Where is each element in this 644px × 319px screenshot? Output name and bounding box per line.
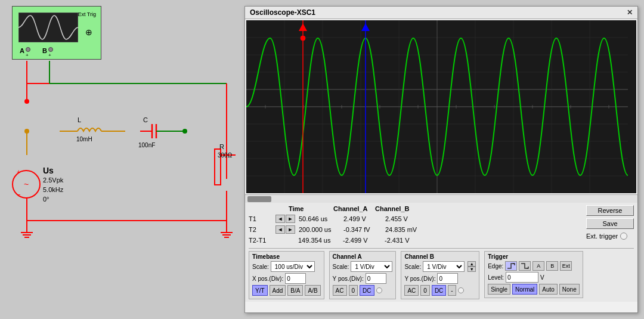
timebase-scale-row: Scale: 100 us/Div [252,261,321,272]
t2-arrows[interactable]: ◄ ► [275,225,295,234]
save-button[interactable]: Save [586,218,634,229]
osc-grid [246,20,636,193]
t1-time: 50.646 us [299,215,343,222]
channel-a-title: Channel A [333,253,393,260]
measurements-table: Time Channel_A Channel_B T1 ◄ ► 50.646 u… [249,205,581,246]
t2t1-time: 149.354 us [298,237,343,244]
t1-arrows[interactable]: ◄ ► [275,215,295,223]
vsource-minus: − [17,191,20,198]
cha-radio[interactable] [376,287,382,293]
resistor-value: 300Ω [218,152,232,159]
svg-point-7 [24,129,29,134]
trigger-ext-btn[interactable]: Ext [560,261,572,271]
ext-trigger-text: Ext. trigger [586,233,618,240]
t2t1-cha: -2.499 V [343,237,385,244]
scrollbar-thumb[interactable] [247,196,271,202]
chb-minus-button[interactable]: - [448,285,456,296]
timebase-xpos-row: X pos.(Div): [252,273,321,284]
meas-header-cha: Channel_A [333,205,375,212]
timebase-title: Timebase [252,253,321,260]
trigger-level-row: Level: V [488,272,580,283]
chb-gnd: + [48,52,51,58]
chb-scale-up[interactable]: ▲ [467,261,476,267]
ba-button[interactable]: B/A [287,285,303,296]
chb-0-button[interactable]: 0 [420,285,430,296]
chb-scale-down[interactable]: ▼ [467,267,476,272]
svg-point-61 [301,36,305,41]
ext-trigger-radio[interactable] [620,233,627,240]
trigger-a-btn[interactable]: A [532,261,544,271]
add-button[interactable]: Add [270,285,286,296]
trigger-group: Trigger Edge: A [484,251,583,298]
cha-connector[interactable] [26,47,30,52]
svg-marker-63 [361,23,370,31]
meas-header-time: Time [289,205,333,212]
trigger-mode-row: Single Normal Auto None [488,284,580,295]
chb-scale-row: Scale: 1 V/Div ▲ ▼ [404,261,476,272]
t1-left-btn[interactable]: ◄ [275,215,285,223]
t1-right-btn[interactable]: ► [286,215,295,223]
trigger-auto-btn[interactable]: Auto [539,284,558,295]
resistor-label: R [219,143,224,150]
t2-chb: 24.835 mV [385,226,427,233]
trig-connector: ⊕ [85,27,92,37]
close-button[interactable]: ✕ [627,8,633,17]
trigger-single-btn[interactable]: Single [488,284,510,295]
meas-header: Time Channel_A Channel_B [289,205,581,212]
chb-scale-select[interactable]: 1 V/Div [423,261,465,272]
t1-chb: 2.455 V [385,215,427,222]
inductor-label: L [78,116,81,123]
cha-ypos-input[interactable] [366,273,386,284]
ab-button[interactable]: A/B [305,285,320,296]
cha-dc-button[interactable]: DC [360,285,374,296]
chb-ypos-row: Y pos.(Div): [404,273,476,284]
cha-label: A [20,47,24,54]
chb-radio[interactable] [458,287,464,293]
trigger-b-btn[interactable]: B [546,261,558,271]
channel-b-title: Channel B [404,253,476,260]
t1-label: T1 [249,215,275,222]
cha-scale-select[interactable]: 1 V/Div [351,261,392,272]
timebase-xpos-label: X pos.(Div): [252,275,283,282]
trigger-normal-btn[interactable]: Normal [512,284,537,295]
chb-dc-button[interactable]: DC [432,285,446,296]
trigger-none-btn[interactable]: None [559,284,580,295]
trigger-level-unit: V [540,274,544,281]
capacitor-value: 100nF [138,142,155,148]
reverse-button[interactable]: Reverse [586,205,634,216]
cha-scale-label: Scale: [333,264,349,270]
svg-point-14 [182,129,187,134]
t2-right-btn[interactable]: ► [286,225,295,234]
osc-controls: Time Channel_A Channel_B T1 ◄ ► 50.646 u… [245,203,637,302]
cha-ypos-label: Y pos.(Div): [333,275,364,282]
osc-title: Oscilloscope-XSC1 [250,8,315,17]
vsource-val2: 5.0kHz [43,186,63,193]
vsource-plus: + [17,168,20,175]
trigger-edge-row: Edge: A B Ext [488,261,580,271]
trigger-falling-btn[interactable] [519,261,531,271]
yt-button[interactable]: Y/T [252,285,268,296]
t2-left-btn[interactable]: ◄ [275,225,285,234]
chb-ac-button[interactable]: AC [404,285,419,296]
inductor-value: 10mH [76,136,92,143]
timebase-scale-label: Scale: [252,264,269,270]
trigger-rising-btn[interactable] [505,261,517,271]
t2-time: 200.000 us [299,226,343,233]
bottom-controls: Timebase Scale: 100 us/Div X pos.(Div): … [249,251,634,299]
chb-connector[interactable] [48,47,53,52]
oscilloscope-window: Oscilloscope-XSC1 ✕ [244,6,638,313]
cha-0-button[interactable]: 0 [349,285,358,296]
timebase-xpos-input[interactable] [285,273,306,284]
t2t1-chb: -2.431 V [385,237,426,244]
channel-a-group: Channel A Scale: 1 V/Div Y pos.(Div): AC… [329,251,397,299]
t1-cha: 2.499 V [343,215,385,222]
svg-marker-60 [299,23,307,31]
xsc1-display [18,13,78,42]
chb-ypos-input[interactable] [437,273,458,284]
trigger-level-input[interactable] [506,272,538,283]
xsc1-component[interactable]: Ext Trig ⊕ A B + + [12,6,101,60]
cha-ac-button[interactable]: AC [333,285,347,296]
timebase-scale-select[interactable]: 100 us/Div [271,261,315,272]
vsource-val1: 2.5Vpk [43,176,63,184]
osc-scrollbar[interactable] [245,194,637,203]
